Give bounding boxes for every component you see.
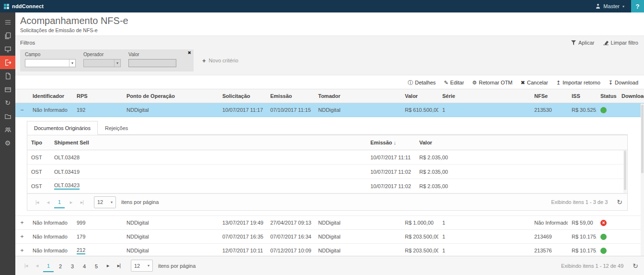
col-valor-detail[interactable]: Valor — [415, 135, 627, 150]
page-size-select[interactable]: 12 ▾ — [94, 196, 116, 208]
detail-row-item[interactable]: OST OLT.03423 10/07/2017 11:02 R$ 2.035,… — [27, 179, 627, 193]
tab-documentos-originarios[interactable]: Documentos Originários — [27, 121, 98, 135]
cell: 1 — [438, 103, 530, 117]
import-return-button[interactable]: ↥ Importar retorno — [556, 80, 600, 85]
pager-info: Exibindo itens 1 - 3 de 3 — [551, 199, 608, 205]
expand-row-button[interactable]: + — [15, 230, 29, 244]
expand-column-header — [15, 89, 29, 103]
grid-scrollbar[interactable] — [641, 104, 644, 256]
sidebar-item-settings[interactable]: ⚙ — [0, 136, 15, 150]
pager-last-button[interactable]: ▸| — [77, 199, 87, 205]
folder-icon — [4, 113, 12, 120]
detail-row-item[interactable]: OST OLT.03428 10/07/2017 11:11 R$ 2.035,… — [27, 150, 627, 165]
app-root: nddConnect Master ▾ ? — [0, 0, 644, 275]
page-title: Acompanhamento NFS-e — [20, 15, 644, 26]
campo-select[interactable]: ▾ — [25, 59, 76, 67]
col-solicitacao[interactable]: Solicitação — [218, 89, 266, 103]
edit-button[interactable]: ✎ Editar — [444, 80, 464, 85]
caret-down-icon: ▾ — [148, 263, 150, 268]
pager-first-button[interactable]: |◂ — [32, 199, 42, 205]
table-row[interactable]: − Não Informado 192 NDDigital 10/07/2017… — [15, 103, 644, 117]
sidebar-item-display[interactable] — [0, 42, 15, 56]
table-row[interactable]: + Não Informado 179 NDDigital 07/07/2017… — [15, 230, 644, 244]
refresh-button[interactable]: ↻ — [632, 262, 638, 270]
cell: OST — [27, 179, 50, 193]
expand-row-button[interactable]: + — [15, 244, 29, 256]
close-icon[interactable]: ✖ — [187, 50, 191, 55]
sidebar-item-sync[interactable]: ↻ — [0, 96, 15, 109]
grid-area: Identificador RPS Ponto de Operação Soli… — [15, 89, 644, 256]
col-ponto-operacao[interactable]: Ponto de Operação — [123, 89, 218, 103]
operador-select[interactable]: ▾ — [83, 59, 121, 67]
pager-page-button[interactable]: 1 — [43, 260, 54, 272]
col-rps[interactable]: RPS — [73, 89, 123, 103]
apply-filter-button[interactable]: Aplicar — [571, 40, 595, 46]
pager-info: Exibindo itens 1 - 12 de 49 — [561, 263, 623, 269]
col-status[interactable]: Status — [597, 89, 618, 103]
cell: NDDigital — [314, 244, 401, 256]
cell: 10/07/2017 11:17 — [218, 103, 266, 117]
cell: 13/07/2017 19:49 — [218, 216, 266, 230]
download-button[interactable]: ↧ Download — [609, 80, 638, 85]
col-download[interactable]: Download — [618, 89, 644, 103]
cell: NDDigital — [123, 216, 218, 230]
sidebar-item-document[interactable] — [0, 69, 15, 83]
col-valor[interactable]: Valor — [401, 89, 438, 103]
cancel-icon: ✖ — [521, 80, 525, 85]
copy-icon — [4, 32, 12, 39]
pager-page-button[interactable]: 2 — [55, 260, 66, 272]
download-label: Download — [615, 80, 638, 85]
table-row[interactable]: + Não Informado 999 NDDigital 13/07/2017… — [15, 216, 644, 230]
valor-input[interactable] — [128, 59, 176, 67]
detail-panel: Documentos Originários Rejeições — [27, 121, 628, 211]
sidebar-item-billing[interactable] — [0, 83, 15, 96]
col-serie[interactable]: Série — [438, 89, 530, 103]
return-otm-label: Retornar OTM — [479, 80, 512, 85]
cell: NDDigital — [123, 103, 218, 117]
col-tipo[interactable]: Tipo — [27, 135, 50, 150]
sidebar-item-users[interactable] — [0, 123, 15, 136]
detail-scrollbar[interactable] — [623, 150, 627, 193]
col-shipment-sell[interactable]: Shipment Sell — [50, 135, 367, 150]
col-iss[interactable]: ISS — [568, 89, 597, 103]
add-criteria-button[interactable]: + Novo critério — [202, 57, 238, 64]
col-tomador[interactable]: Tomador — [314, 89, 401, 103]
cell: Não Informado — [29, 230, 73, 244]
col-emissao-detail[interactable]: Emissão↓ — [367, 135, 415, 150]
status-icon — [600, 248, 607, 254]
pager-last-button[interactable]: ▸| — [114, 263, 124, 269]
user-menu[interactable]: Master ▾ — [589, 3, 631, 9]
sort-desc-icon: ↓ — [393, 140, 396, 145]
pager-next-button[interactable]: ▸ — [103, 263, 113, 269]
pager-page-button[interactable]: 1 — [54, 196, 65, 208]
col-identificador[interactable]: Identificador — [29, 89, 73, 103]
sidebar-item-folder[interactable] — [0, 109, 15, 123]
refresh-button[interactable]: ↻ — [617, 198, 622, 206]
pager-page-button[interactable]: 5 — [91, 260, 102, 272]
details-button[interactable]: ⓘ Detalhes — [408, 80, 436, 85]
help-button[interactable]: ? — [631, 0, 644, 12]
pager-prev-button[interactable]: ◂ — [43, 199, 53, 205]
sidebar-item-menu[interactable] — [0, 15, 15, 29]
page-size-select[interactable]: 12 ▾ — [131, 260, 153, 272]
sidebar-item-copy[interactable] — [0, 29, 15, 42]
table-row[interactable]: + Não Informado 212 NDDigital 12/07/2017… — [15, 244, 644, 256]
cancel-button[interactable]: ✖ Cancelar — [521, 80, 548, 85]
col-emissao[interactable]: Emissão — [266, 89, 314, 103]
return-otm-button[interactable]: ⚙ Retornar OTM — [472, 80, 512, 85]
page-size-label: itens por página — [121, 199, 159, 205]
pager-page-button[interactable]: 4 — [79, 260, 90, 272]
tab-rejeicoes[interactable]: Rejeições — [98, 121, 135, 135]
detail-row-item[interactable]: OST OLT.03419 10/07/2017 11:02 R$ 2.035,… — [27, 165, 627, 179]
pager-page-button[interactable]: 3 — [67, 260, 78, 272]
pager-next-button[interactable]: ▸ — [66, 199, 76, 205]
collapse-row-button[interactable]: − — [15, 103, 29, 117]
col-nfse[interactable]: NFSe — [530, 89, 568, 103]
expand-row-button[interactable]: + — [15, 216, 29, 230]
cell-status — [597, 230, 618, 244]
sidebar-item-nfse[interactable] — [0, 56, 15, 69]
pager-prev-button[interactable]: ◂ — [32, 263, 42, 269]
cell: NDDigital — [123, 230, 218, 244]
clear-filter-button[interactable]: Limpar filtro — [603, 40, 638, 46]
pager-first-button[interactable]: |◂ — [21, 263, 31, 269]
